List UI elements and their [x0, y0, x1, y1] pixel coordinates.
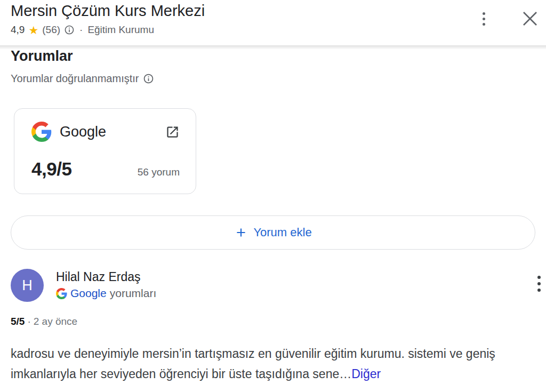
- avatar: H: [11, 269, 44, 302]
- info-icon[interactable]: [143, 73, 154, 84]
- reviews-disclaimer: Yorumlar doğrulanmamıştır: [11, 73, 154, 85]
- review-time: 2 ay önce: [34, 316, 77, 327]
- provider-name: Google: [60, 124, 106, 140]
- close-button[interactable]: [520, 9, 540, 29]
- add-review-button[interactable]: Yorum ekle: [11, 215, 535, 250]
- rating-card-header: Google: [31, 122, 180, 142]
- review-text: kadrosu ve deneyimiyle mersin’in tartışm…: [11, 343, 539, 384]
- plus-icon: [234, 226, 248, 239]
- rating-card-score-row: 4,9/5 56 yorum: [31, 158, 180, 180]
- review-overflow-menu-button[interactable]: [534, 276, 544, 294]
- reviews-heading: Yorumlar: [11, 48, 73, 65]
- google-logo-icon: [56, 288, 67, 299]
- external-link-button[interactable]: [165, 125, 180, 139]
- review-body: kadrosu ve deneyimiyle mersin’in tartışm…: [11, 347, 495, 381]
- google-logo-icon: [31, 122, 52, 142]
- disclaimer-text: Yorumlar doğrulanmamıştır: [11, 73, 139, 85]
- review-meta: 5/5·2 ay önce: [11, 316, 77, 327]
- business-rating-row: 4,9 ★ (56) · Eğitim Kurumu: [11, 24, 154, 36]
- add-review-label: Yorum ekle: [253, 226, 311, 239]
- source-provider: Google: [70, 287, 107, 300]
- overflow-menu-button[interactable]: [478, 12, 489, 28]
- source-suffix: yorumları: [110, 287, 157, 300]
- info-icon[interactable]: [64, 25, 75, 35]
- reviews-panel: Mersin Çözüm Kurs Merkezi 4,9 ★ (56) · E…: [0, 0, 546, 392]
- separator-dot: ·: [25, 316, 33, 327]
- review-rating: 5/5: [11, 316, 25, 327]
- google-rating-card[interactable]: Google 4,9/5 56 yorum: [14, 108, 196, 194]
- business-category: Eğitim Kurumu: [87, 24, 154, 36]
- rating-value: 4,9: [11, 24, 25, 36]
- review-source-link[interactable]: Google yorumları: [56, 287, 156, 300]
- page-title: Mersin Çözüm Kurs Merkezi: [11, 2, 205, 20]
- open-in-new-icon: [165, 125, 180, 139]
- header-divider: [0, 45, 546, 50]
- separator-dot: ·: [78, 24, 84, 36]
- read-more-link[interactable]: Diğer: [351, 367, 381, 381]
- review-author-name: Hilal Naz Erdaş: [56, 270, 141, 284]
- rating-score: 4,9/5: [31, 158, 71, 180]
- rating-review-count: 56 yorum: [138, 166, 180, 178]
- star-icon: ★: [28, 25, 38, 36]
- review-count: (56): [42, 24, 60, 36]
